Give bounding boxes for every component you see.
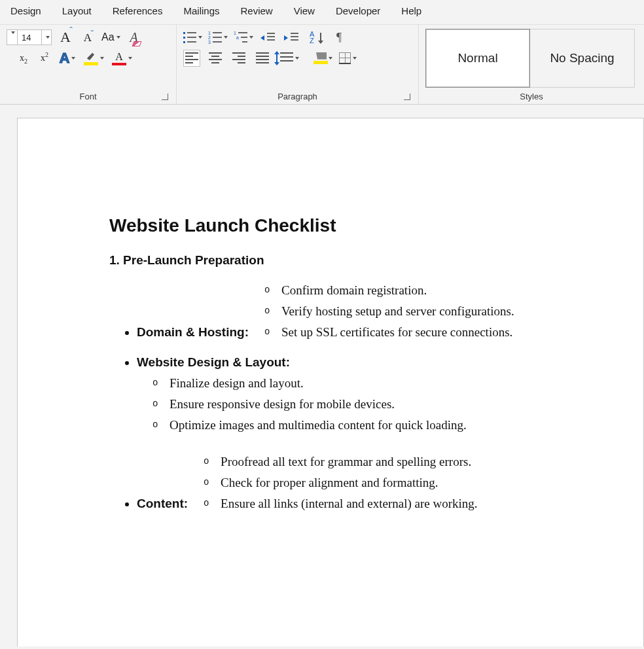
group-font-label[interactable]: Font bbox=[7, 88, 170, 101]
list-item[interactable]: Finalize design and layout. bbox=[170, 376, 467, 391]
show-marks-button[interactable]: ¶ bbox=[331, 29, 348, 46]
bullets-icon bbox=[183, 31, 196, 43]
tab-mailings[interactable]: Mailings bbox=[179, 3, 223, 19]
tab-layout[interactable]: Layout bbox=[58, 3, 96, 19]
decrease-indent-icon bbox=[262, 31, 275, 43]
list-item-heading[interactable]: Content:Proofread all text for grammar a… bbox=[137, 448, 565, 517]
grow-font-icon: A bbox=[60, 30, 71, 44]
justify-button[interactable] bbox=[254, 50, 271, 67]
doc-title[interactable]: Website Launch Checklist bbox=[109, 215, 565, 236]
document-canvas[interactable]: Website Launch Checklist 1. Pre-Launch P… bbox=[0, 105, 644, 646]
font-color-button[interactable]: A bbox=[112, 50, 132, 67]
tab-references[interactable]: References bbox=[109, 3, 167, 19]
superscript-icon: x2 bbox=[41, 53, 48, 63]
section-heading[interactable]: 1. Pre-Launch Preparation bbox=[109, 253, 565, 268]
font-size-combo[interactable]: 14 bbox=[7, 29, 52, 45]
bullets-button[interactable] bbox=[183, 29, 202, 46]
tab-developer[interactable]: Developer bbox=[332, 3, 384, 19]
align-left-icon bbox=[185, 52, 198, 64]
shrink-font-icon: A bbox=[84, 32, 92, 43]
shrink-font-button[interactable]: A bbox=[79, 29, 96, 46]
list-item[interactable]: Verify hosting setup and server configur… bbox=[281, 304, 514, 319]
list-item[interactable]: Proofread all text for grammar and spell… bbox=[221, 455, 478, 469]
multilevel-list-icon: 1 a bbox=[234, 31, 247, 43]
numbering-button[interactable]: 1 2 3 bbox=[209, 29, 228, 46]
highlight-icon bbox=[84, 51, 98, 65]
tab-view[interactable]: View bbox=[290, 3, 319, 19]
sub-list[interactable]: Proofread all text for grammar and spell… bbox=[188, 448, 478, 517]
style-no-spacing[interactable]: No Spacing bbox=[530, 29, 635, 88]
subscript-icon: x2 bbox=[20, 53, 27, 63]
shading-button[interactable] bbox=[313, 50, 332, 67]
subscript-button[interactable]: x2 bbox=[17, 51, 30, 65]
shading-icon bbox=[313, 52, 327, 64]
justify-icon bbox=[256, 52, 269, 64]
tab-review[interactable]: Review bbox=[237, 3, 277, 19]
list-item[interactable]: Confirm domain registration. bbox=[281, 283, 514, 298]
font-color-icon: A bbox=[112, 51, 126, 65]
highlight-button[interactable] bbox=[84, 50, 104, 67]
numbering-icon: 1 2 3 bbox=[209, 31, 222, 43]
decrease-indent-button[interactable] bbox=[260, 29, 277, 46]
page[interactable]: Website Launch Checklist 1. Pre-Launch P… bbox=[17, 118, 644, 646]
group-font: 14 A A Aa A x bbox=[0, 25, 177, 104]
ribbon-tabs: Design Layout References Mailings Review… bbox=[0, 0, 644, 25]
list-item[interactable]: Set up SSL certificates for secure conne… bbox=[281, 325, 514, 340]
list-item[interactable]: Ensure all links (internal and external)… bbox=[221, 497, 478, 511]
style-normal[interactable]: Normal bbox=[425, 29, 530, 88]
tab-help[interactable]: Help bbox=[397, 3, 425, 19]
clear-formatting-button[interactable]: A bbox=[126, 29, 143, 46]
group-paragraph: 1 2 3 1 a bbox=[177, 25, 419, 104]
text-effects-button[interactable]: A bbox=[59, 50, 76, 67]
sub-list[interactable]: Confirm domain registration.Verify hosti… bbox=[249, 277, 514, 346]
list-item-heading[interactable]: Website Design & Layout:Finalize design … bbox=[137, 355, 565, 439]
align-right-button[interactable] bbox=[230, 50, 247, 67]
line-spacing-button[interactable] bbox=[280, 50, 299, 67]
change-case-icon: Aa bbox=[101, 31, 115, 43]
clear-formatting-icon: A bbox=[130, 30, 137, 45]
list-item[interactable]: Ensure responsive design for mobile devi… bbox=[170, 397, 467, 412]
list-item-heading[interactable]: Domain & Hosting:Confirm domain registra… bbox=[137, 277, 565, 346]
font-size-dropdown-icon[interactable] bbox=[42, 36, 51, 39]
tab-design[interactable]: Design bbox=[7, 3, 45, 19]
group-paragraph-label[interactable]: Paragraph bbox=[183, 88, 412, 101]
text-effects-icon: A bbox=[60, 50, 70, 67]
sort-icon bbox=[310, 31, 321, 43]
superscript-button[interactable]: x2 bbox=[38, 51, 51, 65]
increase-indent-button[interactable] bbox=[283, 29, 300, 46]
align-center-button[interactable] bbox=[207, 50, 224, 67]
ribbon: 14 A A Aa A x bbox=[0, 25, 644, 105]
change-case-button[interactable]: Aa bbox=[101, 29, 120, 46]
sub-list[interactable]: Finalize design and layout.Ensure respon… bbox=[137, 370, 467, 439]
sort-button[interactable] bbox=[307, 29, 324, 46]
group-styles-label: Styles bbox=[425, 88, 637, 101]
grow-font-button[interactable]: A bbox=[57, 29, 74, 46]
borders-icon bbox=[339, 52, 351, 64]
pilcrow-icon: ¶ bbox=[336, 31, 342, 44]
list-item[interactable]: Check for proper alignment and formattin… bbox=[221, 476, 478, 490]
increase-indent-icon bbox=[285, 31, 298, 43]
font-size-value[interactable]: 14 bbox=[18, 31, 41, 44]
bullet-list[interactable]: Domain & Hosting:Confirm domain registra… bbox=[109, 277, 565, 517]
align-center-icon bbox=[209, 52, 222, 64]
borders-button[interactable] bbox=[339, 50, 357, 67]
align-right-icon bbox=[232, 52, 245, 64]
line-spacing-icon bbox=[280, 52, 293, 64]
font-name-dropdown-icon[interactable] bbox=[7, 34, 17, 41]
multilevel-list-button[interactable]: 1 a bbox=[234, 29, 253, 46]
group-styles: Normal No Spacing Styles bbox=[419, 25, 644, 104]
align-left-button[interactable] bbox=[183, 50, 200, 67]
list-item[interactable]: Optimize images and multimedia content f… bbox=[170, 418, 467, 432]
